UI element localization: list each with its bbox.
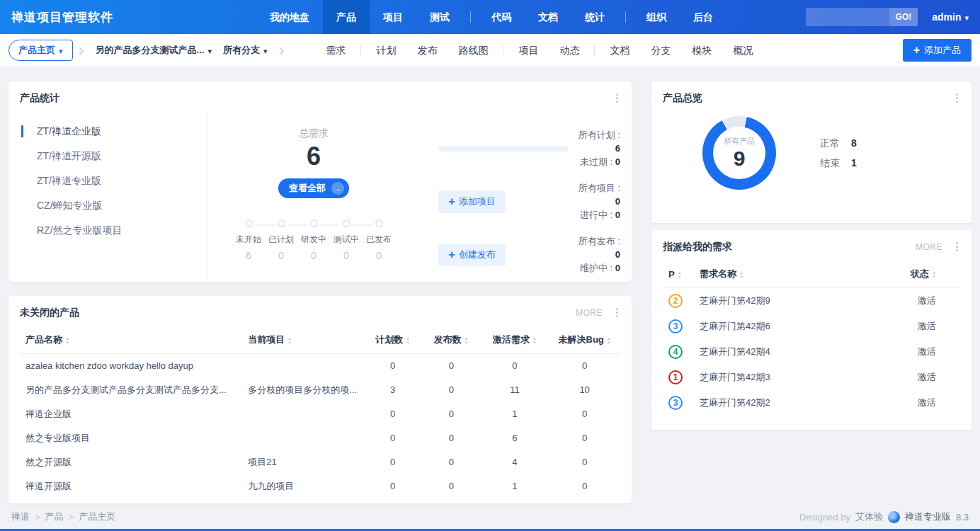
timeline-label[interactable]: 已发布 (366, 234, 392, 246)
designer-link[interactable]: 艾体验 (855, 510, 883, 523)
create-release-button[interactable]: 创建发布 (438, 244, 506, 266)
unresolved-bugs-count: 0 (549, 354, 620, 378)
timeline-label[interactable]: 测试中 (334, 234, 359, 246)
assigned-stories-table: P 需求名称 状态 2 芝麻开门第42期9 激活 3 芝 (651, 259, 972, 416)
nav-item-code[interactable]: 代码 (478, 0, 525, 34)
tab-project[interactable]: 项目 (508, 34, 549, 67)
plans-count: 3 (363, 378, 422, 402)
col-header-product-name[interactable]: 产品名称 (20, 326, 242, 354)
status-badge: 激活 (887, 314, 960, 339)
timeline-value[interactable]: 6 (246, 250, 251, 261)
project-name-link[interactable]: 项目21 (248, 457, 276, 467)
kebab-menu-icon[interactable] (614, 306, 620, 319)
timeline-label[interactable]: 研发中 (301, 234, 326, 246)
view-all-button[interactable]: 查看全部 (278, 178, 349, 198)
user-menu[interactable]: admin (932, 11, 969, 23)
nav-item-admin-panel[interactable]: 后台 (680, 0, 727, 34)
nav-item-my-dashboard[interactable]: 我的地盘 (256, 0, 323, 34)
product-list-item[interactable]: ZT/禅道开源版 (20, 144, 207, 169)
breadcrumb-separator-icon (69, 512, 74, 523)
product-list-item[interactable]: ZT/禅道企业版 (20, 119, 207, 144)
project-name-link[interactable]: 多分枝的项目多分枝的项... (248, 384, 357, 395)
nav-item-report[interactable]: 统计 (571, 0, 618, 34)
search-go-button[interactable]: GO! (889, 8, 918, 26)
timeline-value[interactable]: 0 (311, 250, 317, 261)
col-header-status[interactable]: 状态 (887, 261, 960, 288)
app-logo[interactable]: 禅道项目管理软件 (11, 9, 256, 25)
product-name-link[interactable]: azalea kitchen zdoo workday hello dayup (25, 360, 193, 371)
more-link[interactable]: MORE (916, 242, 942, 252)
priority-badge: 4 (668, 345, 683, 359)
timeline-value[interactable]: 0 (343, 250, 349, 261)
caret-down-icon (55, 45, 63, 56)
product-name-link[interactable]: 另的产品多分支测试产品多分支测试产品多分支... (25, 384, 227, 395)
kebab-menu-icon[interactable] (614, 91, 620, 105)
sort-icon (607, 336, 611, 345)
story-name-link[interactable]: 芝麻开门第42期9 (700, 295, 770, 306)
table-row: azalea kitchen zdoo workday hello dayup … (20, 354, 620, 378)
tab-branch[interactable]: 分支 (640, 34, 681, 67)
add-product-button[interactable]: 添加产品 (903, 39, 972, 62)
timeline-label[interactable]: 未开始 (236, 234, 261, 246)
product-name-link[interactable]: 然之专业版项目 (25, 433, 90, 443)
timeline-value[interactable]: 0 (376, 250, 382, 261)
unresolved-bugs-count: 0 (549, 402, 620, 426)
plans-count: 0 (363, 354, 422, 378)
product-overview-panel: 产品总览 所有产品 9 正常 8 结束 1 (651, 81, 972, 223)
col-header-plans[interactable]: 计划数 (363, 326, 422, 354)
story-name-link[interactable]: 芝麻开门第42期4 (700, 346, 770, 357)
project-name-link[interactable]: 九九的项目 (248, 481, 294, 491)
timeline-value[interactable]: 0 (278, 250, 284, 261)
product-name-link[interactable]: 禅道企业版 (25, 409, 72, 419)
active-stories-count: 1 (481, 474, 549, 498)
product-list-item[interactable]: CZ/蝉知专业版 (20, 193, 207, 218)
product-home-pill[interactable]: 产品主页 (8, 40, 73, 61)
tab-plan[interactable]: 计划 (365, 34, 406, 67)
product-donut-chart: 所有产品 9 (702, 116, 776, 190)
tab-roadmap[interactable]: 路线图 (448, 34, 498, 67)
nav-item-test[interactable]: 测试 (416, 0, 463, 34)
footer-breadcrumb-product-home[interactable]: 产品主页 (79, 510, 115, 523)
product-list: ZT/禅道企业版 ZT/禅道开源版 ZT/禅道专业版 CZ/蝉知专业版 RZ/然… (20, 112, 207, 281)
add-project-button[interactable]: 添加项目 (438, 190, 506, 213)
product-name-link[interactable]: 然之开源版 (25, 457, 72, 467)
nav-divider (625, 11, 626, 23)
search-input[interactable] (806, 8, 889, 26)
nav-item-org[interactable]: 组织 (633, 0, 680, 34)
story-name-link[interactable]: 芝麻开门第42期2 (700, 397, 770, 408)
timeline-label[interactable]: 已计划 (268, 234, 294, 246)
col-header-story-name[interactable]: 需求名称 (694, 261, 887, 288)
product-overview-content: 所有产品 9 正常 8 结束 1 (651, 110, 972, 190)
kebab-menu-icon[interactable] (954, 240, 960, 253)
col-header-active-stories[interactable]: 激活需求 (481, 326, 549, 354)
story-name-link[interactable]: 芝麻开门第42期6 (700, 321, 770, 331)
branch-selector[interactable]: 所有分支 (223, 44, 268, 57)
sort-icon (406, 336, 410, 345)
col-header-unresolved-bugs[interactable]: 未解决Bug (549, 326, 620, 354)
footer-breadcrumb-product[interactable]: 产品 (45, 510, 64, 523)
timeline-dot-icon (245, 219, 253, 227)
nav-item-doc[interactable]: 文档 (525, 0, 571, 34)
col-header-releases[interactable]: 发布数 (422, 326, 481, 354)
product-name-link[interactable]: 禅道开源版 (25, 481, 72, 491)
tab-doc[interactable]: 文档 (599, 34, 640, 67)
tab-story[interactable]: 需求 (315, 34, 356, 67)
col-header-current-project[interactable]: 当前项目 (242, 326, 363, 354)
caret-down-icon (961, 11, 969, 23)
nav-item-project[interactable]: 项目 (370, 0, 416, 34)
more-link[interactable]: MORE (576, 308, 603, 318)
tab-release[interactable]: 发布 (406, 34, 448, 67)
product-list-item[interactable]: ZT/禅道专业版 (20, 169, 207, 193)
kebab-menu-icon[interactable] (954, 91, 960, 105)
story-name-link[interactable]: 芝麻开门第42期3 (700, 372, 770, 382)
priority-badge: 3 (668, 396, 683, 410)
breadcrumb-separator-icon (35, 512, 40, 523)
tab-dynamic[interactable]: 动态 (549, 34, 590, 67)
nav-item-product[interactable]: 产品 (323, 0, 370, 34)
tab-overview[interactable]: 概况 (722, 34, 763, 67)
product-list-item[interactable]: RZ/然之专业版项目 (20, 218, 207, 243)
col-header-priority[interactable]: P (663, 261, 694, 288)
tab-module[interactable]: 模块 (681, 34, 722, 67)
product-selector[interactable]: 另的产品多分支测试产品... (96, 44, 212, 57)
footer-breadcrumb-home[interactable]: 禅道 (11, 510, 30, 523)
